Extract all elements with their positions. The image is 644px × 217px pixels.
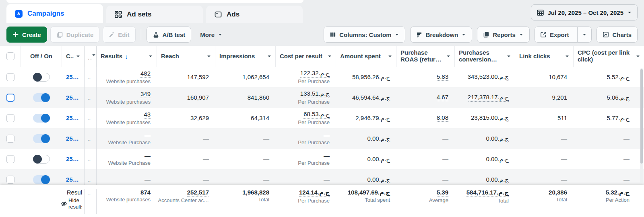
- cell-cost-per-result: —: [276, 169, 336, 185]
- campaign-toggle-on[interactable]: [33, 175, 50, 184]
- row-checkbox[interactable]: [6, 176, 14, 184]
- export-label: Export: [550, 31, 569, 38]
- cell-value: 8.08: [437, 114, 448, 122]
- reports-button[interactable]: Reports: [477, 27, 530, 43]
- tab-ads-label: Ads: [227, 10, 239, 18]
- duplicate-label: Duplicate: [66, 31, 94, 38]
- campaign-toggle-off[interactable]: [33, 73, 50, 82]
- column-header-clipped[interactable]: ··: [85, 46, 97, 67]
- column-header-results[interactable]: Results ↓: [97, 46, 157, 67]
- cell-subtitle: Average: [429, 197, 448, 203]
- cell-reach: —: [157, 149, 215, 169]
- charts-button[interactable]: Charts: [597, 27, 638, 43]
- cell-value: 160,907: [187, 94, 209, 101]
- campaign-toggle-off[interactable]: [33, 155, 50, 164]
- flask-icon: [153, 31, 159, 38]
- cell-amount-spent: 0.00ج.م.: [336, 169, 396, 185]
- columns-icon: [330, 31, 336, 38]
- campaign-name-link[interactable]: 25…: [62, 67, 85, 87]
- chevron-down-icon: [394, 32, 399, 37]
- cell-value: 482: [140, 70, 151, 78]
- cell-value: 1,062,654: [242, 74, 269, 80]
- chevron-down-icon: [76, 54, 80, 59]
- top-strip: [6, 0, 303, 3]
- campaign-name-link[interactable]: 25…: [62, 108, 85, 128]
- create-button[interactable]: Create: [6, 27, 47, 43]
- cell-purchase-roas: 5.83: [396, 67, 455, 87]
- clipped-cell: ..: [85, 128, 97, 149]
- campaign-toggle-on[interactable]: [33, 134, 50, 143]
- summary-cell-purchases-conversion-value: 584,716.17ج.م.Total: [455, 189, 515, 214]
- cell-purchase-roas: —: [396, 169, 455, 185]
- summary-results-label: Resul: [67, 189, 82, 196]
- column-header-reach[interactable]: Reach: [157, 46, 215, 67]
- campaign-toggle-on[interactable]: [33, 114, 50, 123]
- more-button[interactable]: More: [194, 27, 228, 43]
- ads-frame-icon: [214, 10, 222, 18]
- row-checkbox[interactable]: [6, 114, 14, 122]
- cell-value: —: [623, 176, 630, 183]
- cell-link-clicks: —: [515, 169, 574, 185]
- export-button[interactable]: Export: [535, 27, 574, 42]
- cell-purchase-roas: 4.67: [396, 87, 455, 108]
- cell-purchases-conversion-value: 217,378.17ج.م.: [455, 87, 515, 108]
- breakdown-icon: [416, 32, 422, 38]
- cell-value: —: [561, 156, 567, 162]
- cell-results: —: [97, 169, 157, 185]
- cell-value: —: [623, 135, 630, 142]
- cell-value: 133.51ج.م.: [300, 90, 330, 98]
- row-checkbox-cell: [0, 108, 21, 128]
- cell-value: —: [324, 132, 330, 139]
- column-header-cost-per-result[interactable]: Cost per result: [276, 46, 336, 67]
- campaign-name-link[interactable]: 25…: [62, 149, 85, 169]
- column-header-amount-spent[interactable]: Amount spent: [336, 46, 396, 67]
- duplicate-button[interactable]: Duplicate: [50, 27, 100, 43]
- chevron-down-icon: [636, 54, 640, 59]
- vertical-scrollbar[interactable]: [640, 68, 643, 183]
- date-range-picker[interactable]: Jul 20, 2025 – Oct 20, 2025: [531, 4, 638, 20]
- tab-ad-sets[interactable]: Ad sets: [106, 6, 203, 23]
- scrollbar-thumb[interactable]: [640, 69, 643, 164]
- campaign-name-link[interactable]: 25…: [62, 169, 85, 185]
- breakdown-button[interactable]: Breakdown: [410, 27, 472, 43]
- row-checkbox[interactable]: [6, 94, 14, 102]
- summary-cell-link-clicks: 20,386Total: [515, 189, 574, 214]
- export-dropdown-button[interactable]: [577, 27, 591, 42]
- cell-value: 5.52ج.م.: [607, 74, 630, 81]
- row-checkbox[interactable]: [6, 73, 14, 81]
- cell-purchases-conversion-value: 0.00ج.م.: [455, 149, 515, 169]
- campaign-toggle-on[interactable]: [33, 93, 50, 102]
- column-header-purchases-conversion-value[interactable]: Purchases conversion…: [455, 46, 515, 67]
- cell-subtitle: Per Purchase: [298, 99, 330, 105]
- chevron-down-icon: [206, 54, 211, 59]
- campaign-name-link[interactable]: 25…: [62, 128, 85, 149]
- chevron-down-icon: [461, 32, 466, 37]
- hide-results-button[interactable]: Hide results: [61, 197, 82, 210]
- select-all-checkbox[interactable]: [6, 52, 14, 60]
- cell-amount-spent: 46,594.64ج.م.: [336, 87, 396, 108]
- column-header-cpc[interactable]: CPC (cost per link click): [574, 46, 644, 67]
- cell-value: —: [203, 156, 209, 162]
- cell-value: 2,946.79ج.م.: [355, 115, 390, 122]
- column-header-purchase-roas[interactable]: Purchase ROAS (retur…: [396, 46, 455, 67]
- tab-campaigns[interactable]: Campaigns: [6, 4, 103, 23]
- edit-button[interactable]: Edit: [103, 27, 135, 43]
- columns-label: Columns: Custom: [339, 31, 391, 38]
- tab-ads[interactable]: Ads: [206, 6, 303, 23]
- column-header-impressions[interactable]: Impressions: [215, 46, 276, 67]
- row-checkbox[interactable]: [6, 155, 14, 163]
- cell-purchases-conversion-value: 343,523.00ج.م.: [455, 67, 515, 87]
- ab-test-button[interactable]: A/B test: [147, 27, 192, 43]
- columns-button[interactable]: Columns: Custom: [324, 27, 405, 43]
- cell-impressions: 64,314: [215, 108, 276, 128]
- cell-results: —Website Purchase: [97, 128, 157, 149]
- select-all-checkbox-cell: [0, 46, 21, 67]
- campaign-name-link[interactable]: 25…: [62, 87, 85, 108]
- cell-value: 584,716.17ج.م.: [466, 189, 509, 197]
- tab-ad-sets-label: Ad sets: [127, 10, 151, 18]
- column-header-link-clicks[interactable]: Link clicks: [515, 46, 574, 67]
- row-checkbox[interactable]: [6, 135, 14, 143]
- cell-link-clicks: —: [515, 149, 574, 169]
- cell-cost-per-result: 133.51ج.م.Per Purchase: [276, 87, 336, 108]
- column-header-campaign[interactable]: C..: [62, 46, 85, 67]
